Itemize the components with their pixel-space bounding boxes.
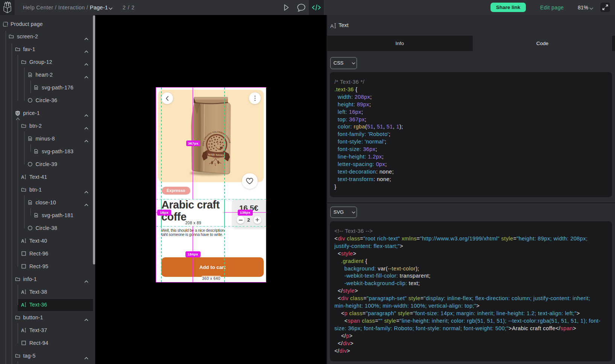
svg-text:A: A <box>21 302 24 308</box>
svg-text:A: A <box>330 23 334 29</box>
svg-text:A: A <box>21 239 24 244</box>
svg-text:A: A <box>21 175 24 180</box>
svg-text:A: A <box>21 290 24 295</box>
svg-text:A: A <box>21 328 24 333</box>
